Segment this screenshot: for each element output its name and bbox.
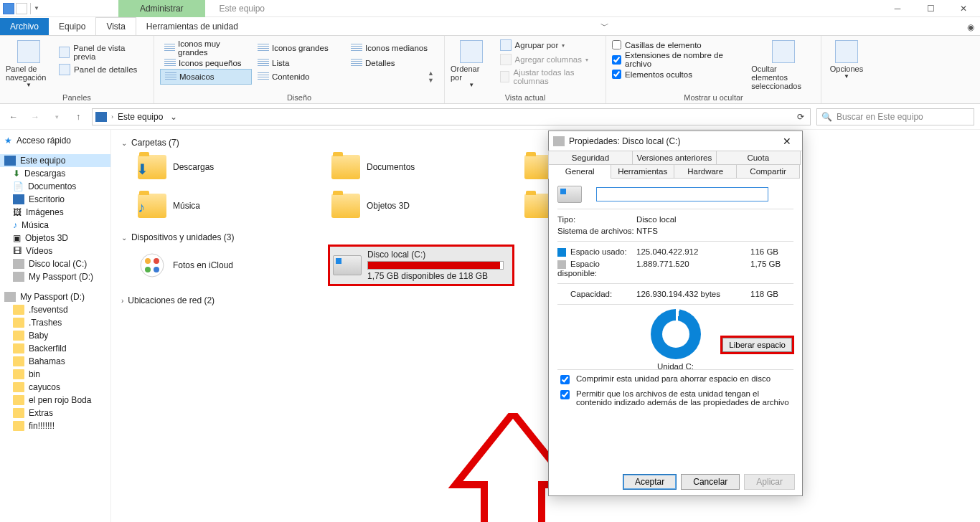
sidebar-passport-1[interactable]: My Passport (D:) (0, 270, 110, 283)
layout-detalles[interactable]: Detalles (347, 58, 438, 68)
navigation-pane[interactable]: ★Acceso rápido Este equipo ⬇Descargas 📄D… (0, 130, 111, 522)
chk-ocultos[interactable]: Elementos ocultos (612, 70, 747, 79)
sidebar-folder[interactable]: cayucos (0, 381, 110, 394)
ribbon-collapse-icon[interactable]: ﹀ (595, 17, 615, 35)
agregar-columnas-button[interactable]: Agregar columnas ▾ (497, 53, 600, 66)
tab-seguridad[interactable]: Seguridad (548, 151, 633, 165)
layout-iconos-grandes[interactable]: Iconos grandes (253, 39, 345, 57)
group-label-paneles: Paneles (6, 92, 148, 102)
refresh-button[interactable]: ⟳ (794, 112, 807, 122)
section-carpetas[interactable]: ⌄Carpetas (7) (121, 136, 970, 150)
sidebar-folder[interactable]: Bahamas (0, 355, 110, 368)
chk-indizar[interactable]: Permitir que los archivos de esta unidad… (557, 389, 793, 407)
ribbon: Panel de navegación▼ Panel de vista prev… (0, 36, 980, 104)
tile-objetos3d[interactable]: Objetos 3D (328, 189, 493, 223)
agrupar-por-button[interactable]: Agrupar por ▾ (497, 39, 600, 52)
tab-general[interactable]: General (548, 164, 611, 179)
chk-extensiones[interactable]: Extensiones de nombre de archivo (612, 51, 747, 68)
ocultar-elementos-button[interactable]: Ocultar elementos seleccionados (751, 39, 815, 90)
chevron-icon[interactable]: › (111, 113, 113, 120)
sidebar-folder[interactable]: Extras (0, 407, 110, 419)
sidebar-passport-2[interactable]: My Passport (D:) (0, 290, 110, 303)
qat-button[interactable] (16, 3, 27, 14)
address-bar[interactable]: › Este equipo ⌄ ⟳ (92, 108, 811, 125)
chk-comprimir[interactable]: Comprimir esta unidad para ahorrar espac… (557, 374, 793, 386)
sidebar-imagenes[interactable]: 🖼Imágenes (0, 206, 110, 219)
content-area[interactable]: ⌄Carpetas (7) ⬇Descargas Documentos Escr… (111, 130, 980, 522)
volume-name-input[interactable] (596, 187, 768, 201)
video-icon: 🎞 (13, 246, 22, 256)
section-dispositivos[interactable]: ⌄Dispositivos y unidades (3) (121, 230, 970, 245)
forward-button[interactable]: → (27, 109, 43, 125)
sidebar-este-equipo[interactable]: Este equipo (0, 154, 110, 167)
tab-versiones[interactable]: Versiones anteriores (632, 151, 717, 165)
value: 1,75 GB (750, 260, 793, 277)
layout-lista[interactable]: Lista (253, 58, 345, 68)
layout-iconos-medianos[interactable]: Iconos medianos (347, 39, 438, 57)
tab-archivo[interactable]: Archivo (0, 18, 49, 35)
sidebar-videos[interactable]: 🎞Vídeos (0, 245, 110, 257)
breadcrumb[interactable]: Este equipo (118, 112, 163, 122)
tile-musica[interactable]: ♪Música (134, 189, 299, 223)
tab-equipo[interactable]: Equipo (49, 18, 95, 35)
search-box[interactable]: 🔍 Buscar en Este equipo (816, 108, 974, 125)
layout-iconos-muy-grandes[interactable]: Iconos muy grandes (160, 39, 252, 57)
tile-disco-c[interactable]: Disco local (C:) 1,75 GB disponibles de … (328, 245, 514, 286)
tab-herramientas[interactable]: Herramientas (611, 164, 674, 179)
sidebar-folder[interactable]: Backerfild (0, 342, 110, 355)
minimize-button[interactable]: ─ (881, 0, 914, 17)
section-red[interactable]: ›Ubicaciones de red (2) (121, 293, 970, 308)
ajustar-columnas-button[interactable]: Ajustar todas las columnas (497, 67, 600, 86)
maximize-button[interactable]: ☐ (914, 0, 947, 17)
qat-dropdown-icon[interactable]: ▼ (34, 5, 39, 11)
sidebar-musica[interactable]: ♪Música (0, 219, 110, 232)
back-button[interactable]: ← (6, 109, 22, 125)
tile-descargas[interactable]: ⬇Descargas (134, 150, 299, 184)
panel-vista-previa-button[interactable]: Panel de vista previa (56, 43, 148, 62)
tile-documentos[interactable]: Documentos (328, 150, 493, 184)
drive-icon (4, 292, 16, 302)
tab-cuota[interactable]: Cuota (716, 151, 801, 165)
liberar-espacio-button[interactable]: Liberar espacio (722, 338, 792, 352)
sidebar-acceso-rapido[interactable]: ★Acceso rápido (0, 134, 110, 147)
sidebar-folder[interactable]: fin!!!!!!! (0, 419, 110, 432)
dialog-close-button[interactable]: ✕ (776, 136, 798, 147)
sidebar-folder[interactable]: Baby (0, 329, 110, 342)
tab-compartir[interactable]: Compartir (736, 164, 799, 179)
help-icon[interactable]: ◉ (961, 19, 980, 35)
aplicar-button[interactable]: Aplicar (744, 474, 795, 490)
panel-navegacion-button[interactable]: Panel de navegación▼ (6, 39, 52, 88)
layout-iconos-pequenos[interactable]: Iconos pequeños (160, 58, 252, 68)
sidebar-documentos[interactable]: 📄Documentos (0, 180, 110, 193)
sidebar-escritorio[interactable]: Escritorio (0, 193, 110, 206)
label: Panel de vista previa (73, 44, 145, 61)
dialog-titlebar[interactable]: Propiedades: Disco local (C:) ✕ (549, 131, 802, 151)
context-tab-manage[interactable]: Administrar (118, 0, 205, 17)
tab-herramientas[interactable]: Herramientas de unidad (136, 18, 248, 35)
sidebar-folder[interactable]: el pen rojo Boda (0, 394, 110, 407)
sidebar-disco-c[interactable]: Disco local (C:) (0, 257, 110, 270)
aceptar-button[interactable]: Aceptar (623, 474, 677, 490)
tab-hardware[interactable]: Hardware (674, 164, 737, 179)
svg-point-4 (154, 267, 159, 272)
chk-casillas[interactable]: Casillas de elemento (612, 40, 747, 49)
layout-mosaicos[interactable]: Mosaicos (160, 69, 252, 85)
sidebar-objetos3d[interactable]: ▣Objetos 3D (0, 232, 110, 245)
up-button[interactable]: ↑ (70, 109, 86, 125)
layout-contenido[interactable]: Contenido (253, 69, 345, 85)
recent-dropdown[interactable]: ▾ (49, 109, 65, 125)
address-dropdown-icon[interactable]: ⌄ (167, 112, 180, 122)
close-button[interactable]: ✕ (947, 0, 980, 17)
sidebar-folder[interactable]: .Trashes (0, 316, 110, 329)
sidebar-folder[interactable]: bin (0, 368, 110, 381)
sidebar-folder[interactable]: .fseventsd (0, 303, 110, 316)
tile-icloud-fotos[interactable]: Fotos en iCloud (134, 245, 299, 286)
ordenar-por-button[interactable]: Ordenar por▼ (451, 39, 493, 88)
tab-vista[interactable]: Vista (95, 17, 136, 35)
opciones-button[interactable]: Opciones▼ (827, 39, 866, 80)
panel-detalles-button[interactable]: Panel de detalles (56, 63, 148, 76)
used-color-icon (557, 248, 566, 257)
layout-more[interactable]: ▲▼ (347, 69, 438, 85)
cancelar-button[interactable]: Cancelar (681, 474, 740, 490)
sidebar-descargas[interactable]: ⬇Descargas (0, 167, 110, 180)
